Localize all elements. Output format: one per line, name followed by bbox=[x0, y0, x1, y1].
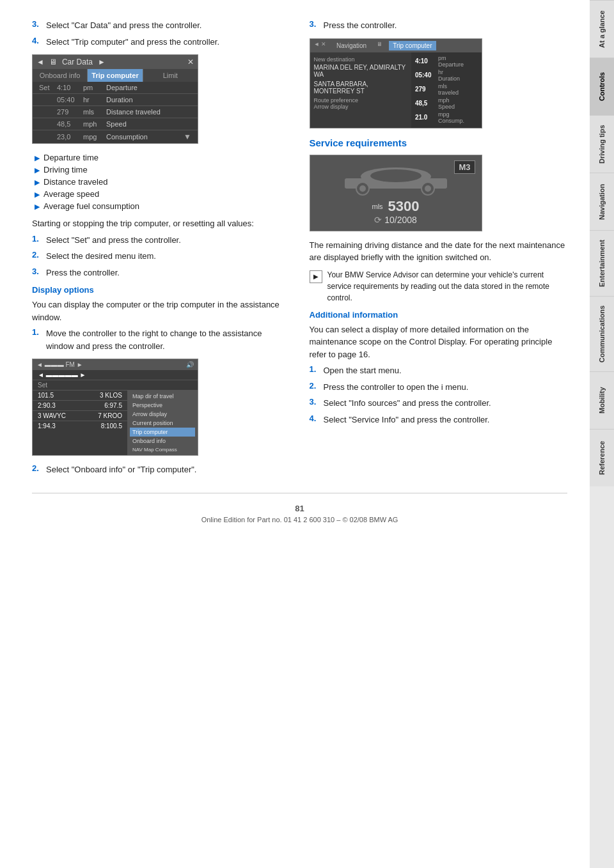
car-data-unit-3: mph bbox=[83, 120, 102, 128]
car-data-close: ✕ bbox=[187, 58, 194, 66]
move-step-1: 1. Move the controller to the right to c… bbox=[32, 327, 290, 352]
trip-desc-0: Departure bbox=[438, 61, 464, 68]
note-text-content: Your BMW Service Advisor can determine y… bbox=[327, 269, 568, 304]
car-data-desc-1: Duration bbox=[106, 96, 133, 104]
left-column: 3. Select "Car Data" and press the contr… bbox=[32, 19, 290, 480]
trip-unit-3: mph bbox=[438, 97, 455, 104]
add-info-text: You can select a display of more detaile… bbox=[310, 323, 568, 361]
trip-desc-1: Duration bbox=[438, 75, 460, 82]
trip-tab-trip: Trip computer bbox=[389, 41, 436, 50]
car-data-row-2: 279 mls Distance traveled bbox=[33, 106, 198, 118]
sub-step-1-text: Select "Set" and press the controller. bbox=[46, 234, 181, 247]
assist-station-1: 2:90.3 bbox=[38, 402, 56, 409]
add-info-step-4: 4. Select "Service Info" and press the c… bbox=[310, 414, 568, 426]
main-content: 3. Select "Car Data" and press the contr… bbox=[0, 0, 590, 554]
sidebar: At a glance Controls Driving tips Naviga… bbox=[590, 0, 614, 868]
car-data-val-4: 23,0 bbox=[57, 133, 79, 141]
bullet-text-4: Average fuel consumption bbox=[43, 201, 139, 211]
trip-desc-2: traveled bbox=[438, 89, 459, 96]
trip-val-0: 4:10 bbox=[415, 58, 436, 65]
step-3-num: 3. bbox=[32, 19, 42, 32]
svg-point-4 bbox=[359, 185, 366, 192]
add-info-step-3-text: Select "Info sources" and press the cont… bbox=[324, 397, 491, 410]
assist-menu: Map dir of travel Perspective Arrow disp… bbox=[127, 391, 198, 455]
sidebar-tab-mobility[interactable]: Mobility bbox=[590, 371, 614, 429]
sidebar-tab-entertainment[interactable]: Entertainment bbox=[590, 230, 614, 296]
car-data-tab-limit: Limit bbox=[143, 69, 198, 82]
trip-data-row-4: 21.0 mpgConsump. bbox=[415, 111, 478, 124]
sidebar-tab-navigation[interactable]: Navigation bbox=[590, 173, 614, 230]
bullet-text-3: Average speed bbox=[43, 189, 99, 199]
car-data-val-0: 4:10 bbox=[57, 84, 79, 91]
add-info-heading: Additional information bbox=[310, 310, 568, 320]
assist-station-mid-2: 7 KROO bbox=[98, 412, 122, 419]
trip-val-3: 48,5 bbox=[415, 100, 436, 107]
right-column: 3. Press the controller. ◄ ✕ Navigation … bbox=[310, 19, 568, 480]
service-image-box: mls 5300 ⟳ 10/2008 M3 bbox=[310, 155, 482, 231]
assist-menu-item-0: Map dir of travel bbox=[130, 392, 195, 401]
display-options-heading: Display options bbox=[32, 285, 290, 295]
trip-data-row-1: 05:40 hrDuration bbox=[415, 69, 478, 82]
service-body-text: The remaining driving distance and the d… bbox=[310, 239, 568, 264]
assist-row-2: 3 WAVYC 7 KROO bbox=[33, 411, 127, 421]
sub-step-2: 2. Select the desired menu item. bbox=[32, 250, 290, 263]
car-data-row-3: 48,5 mph Speed bbox=[33, 118, 198, 130]
assist-stations: 101.5 3 KLOS 2:90.3 6:97.5 3 WAVYC 7 KRO… bbox=[33, 391, 127, 455]
sidebar-tab-reference[interactable]: Reference bbox=[590, 429, 614, 486]
service-info-row: mls 5300 bbox=[372, 198, 419, 215]
car-silhouette-svg bbox=[338, 160, 453, 196]
assist-menu-item-2: Arrow display bbox=[130, 410, 195, 419]
car-data-val-1: 05:40 bbox=[57, 96, 79, 104]
sub-step-2-text: Select the desired menu item. bbox=[46, 250, 156, 263]
car-data-screenshot: ◄ 🖥 Car Data ► ✕ Onboard info Trip compu… bbox=[32, 54, 198, 144]
step-3-text: Select "Car Data" and press the controll… bbox=[46, 19, 201, 32]
add-info-step-3: 3. Select "Info sources" and press the c… bbox=[310, 397, 568, 410]
add-info-step-4-text: Select "Service Info" and press the cont… bbox=[324, 414, 490, 426]
svg-point-2 bbox=[370, 169, 421, 182]
sidebar-tab-at-a-glance[interactable]: At a glance bbox=[590, 0, 614, 58]
trip-right-panel: 4:10 pmDeparture 05:40 hrDuration 279 ml… bbox=[411, 52, 482, 128]
car-data-nav-arrow: ◄ bbox=[36, 58, 44, 66]
note-box: ▶ Your BMW Service Advisor can determine… bbox=[310, 269, 568, 304]
trip-addr-2: SANTA BARBARA, MONTERREY ST bbox=[314, 81, 407, 95]
assist-window-screenshot: ◄ ▬▬▬ FM ► 🔊 ◄ ▬▬▬▬▬ ► Set 101.5 3 KLOS bbox=[32, 359, 198, 456]
bullet-list: ▶ Departure time ▶ Driving time ▶ Distan… bbox=[35, 153, 290, 211]
move-step-1-text: Move the controller to the right to chan… bbox=[46, 327, 290, 352]
car-data-icon: 🖥 bbox=[49, 58, 57, 66]
trip-data-row-0: 4:10 pmDeparture bbox=[415, 55, 478, 68]
service-clock-icon: ⟳ bbox=[374, 215, 382, 225]
trip-data-row-3: 48,5 mphSpeed bbox=[415, 97, 478, 110]
sub-step-3-text: Press the controller. bbox=[46, 267, 120, 279]
trip-unit-1: hr bbox=[438, 69, 460, 75]
right-step-3: 3. Press the controller. bbox=[310, 19, 568, 32]
assist-station-mid-1: 6:97.5 bbox=[104, 402, 122, 409]
trip-route-pref: Route preference bbox=[314, 97, 407, 104]
assist-station-mid-3: 8:100.5 bbox=[101, 422, 122, 430]
assist-menu-item-5: Onboard info bbox=[130, 437, 195, 446]
sub-step-3: 3. Press the controller. bbox=[32, 267, 290, 279]
car-data-forward-arrow: ► bbox=[98, 58, 106, 66]
add-info-step-2-text: Press the controller to open the i menu. bbox=[324, 381, 469, 394]
trip-unit-4: mpg bbox=[438, 111, 464, 118]
assist-set-label: Set bbox=[38, 382, 47, 389]
add-info-step-1: 1. Open the start menu. bbox=[310, 364, 568, 377]
car-data-row-0: Set 4:10 pm Departure bbox=[33, 82, 198, 94]
car-data-unit-4: mpg bbox=[83, 133, 102, 141]
assist-station-0: 101.5 bbox=[38, 392, 54, 399]
trip-tab-nav: Navigation bbox=[333, 41, 370, 50]
car-data-title: Car Data bbox=[62, 58, 93, 66]
sidebar-tab-controls[interactable]: Controls bbox=[590, 58, 614, 115]
sidebar-tab-driving-tips[interactable]: Driving tips bbox=[590, 115, 614, 173]
car-data-desc-4: Consumption bbox=[106, 133, 148, 141]
trip-nav-back: ◄ ✕ bbox=[314, 41, 326, 50]
body-text-1: Starting or stopping the trip computer, … bbox=[32, 217, 290, 230]
car-data-unit-1: hr bbox=[83, 96, 102, 104]
sidebar-tab-communications[interactable]: Communications bbox=[590, 296, 614, 371]
trip-unit-2: mls bbox=[438, 83, 459, 89]
service-date-row: ⟳ 10/2008 bbox=[374, 215, 417, 225]
trip-addr-1: MARINA DEL REY, ADMIRALTY WA bbox=[314, 64, 407, 78]
assist-row-3: 1:94.3 8:100.5 bbox=[33, 421, 127, 431]
assist-station-mid-0: 3 KLOS bbox=[100, 392, 122, 399]
car-data-header: ◄ 🖥 Car Data ► ✕ bbox=[33, 55, 198, 69]
bmw-model-text: M3 bbox=[459, 162, 470, 172]
